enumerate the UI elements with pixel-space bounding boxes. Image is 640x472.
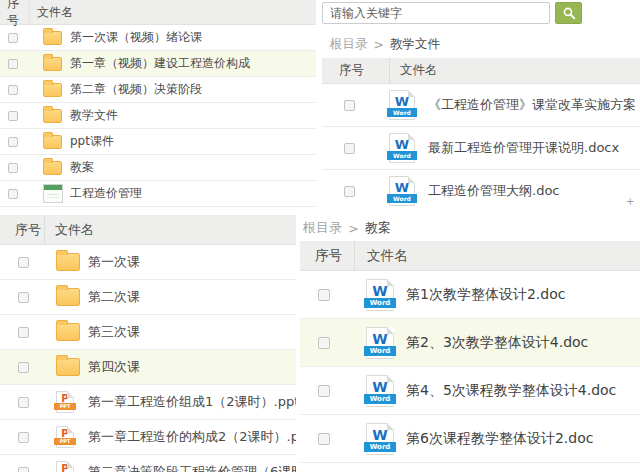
row-checkbox[interactable] bbox=[18, 257, 29, 268]
row-checkbox[interactable] bbox=[318, 433, 330, 445]
word-file-icon: WWord bbox=[366, 327, 394, 359]
word-file-icon: WWord bbox=[366, 423, 394, 455]
folder-icon bbox=[43, 135, 62, 149]
file-name-link[interactable]: 第一章工程造价的构成2（2课时）.ppt bbox=[88, 428, 296, 446]
row-checkbox[interactable] bbox=[344, 143, 355, 154]
file-name-link[interactable]: 第一章（视频）建设工程造价构成 bbox=[70, 55, 250, 72]
folder-icon bbox=[56, 358, 80, 376]
file-name-link[interactable]: 教案 bbox=[70, 159, 94, 176]
folder-icon bbox=[56, 253, 80, 271]
table-header: 序号 文件名 bbox=[322, 58, 640, 84]
table-row: WWord第1次教学整体设计2.doc bbox=[300, 271, 640, 319]
row-checkbox[interactable] bbox=[18, 292, 29, 303]
file-type-icon-slot bbox=[43, 184, 65, 203]
folder-icon bbox=[43, 57, 62, 71]
row-checkbox[interactable] bbox=[18, 327, 29, 338]
panel-course-file-list: 序号 文件名 第一次课第二次课第三次课第四次课PPPT第一章工程造价组成1（2课… bbox=[0, 215, 296, 472]
ppt-file-icon: PPPT bbox=[56, 426, 74, 448]
file-name-link[interactable]: 第四次课 bbox=[88, 358, 140, 376]
file-name-link[interactable]: 工程造价管理 bbox=[70, 185, 142, 202]
table-row: 第四次课 bbox=[0, 350, 296, 385]
row-checkbox[interactable] bbox=[18, 467, 29, 472]
file-type-icon-slot: WWord bbox=[389, 133, 417, 163]
row-checkbox[interactable] bbox=[18, 362, 29, 373]
file-icon-letter: W bbox=[367, 332, 393, 346]
file-name-link[interactable]: ppt课件 bbox=[70, 133, 114, 150]
file-icon-ribbon: Word bbox=[364, 394, 396, 404]
file-name-link[interactable]: 第一章工程造价组成1（2课时）.ppt bbox=[88, 393, 296, 411]
file-type-icon-slot bbox=[56, 358, 82, 376]
file-name-link[interactable]: 第6次课程教学整体设计2.doc bbox=[406, 430, 593, 448]
file-name-link[interactable]: 第二章（视频）决策阶段 bbox=[70, 81, 202, 98]
search-icon bbox=[562, 6, 576, 20]
column-header-index: 序号 bbox=[0, 0, 30, 24]
row-checkbox[interactable] bbox=[8, 59, 18, 69]
file-name-link[interactable]: 工程造价管理大纲.doc bbox=[428, 182, 560, 200]
column-header-filename: 文件名 bbox=[30, 0, 73, 24]
file-name-link[interactable]: 第一次课 bbox=[88, 253, 140, 271]
breadcrumb-root-link[interactable]: 根目录 bbox=[330, 36, 368, 53]
table-header: 序号 文件名 bbox=[0, 0, 316, 25]
row-checkbox[interactable] bbox=[8, 137, 18, 147]
row-checkbox[interactable] bbox=[318, 337, 330, 349]
table-row: WWord第6次课程教学整体设计2.doc bbox=[300, 415, 640, 463]
file-type-icon-slot: WWord bbox=[366, 423, 396, 455]
file-name-link[interactable]: 第三次课 bbox=[88, 323, 140, 341]
file-name-link[interactable]: 第1次教学整体设计2.doc bbox=[406, 286, 565, 304]
column-header-filename: 文件名 bbox=[45, 215, 94, 244]
word-file-icon: WWord bbox=[366, 279, 394, 311]
file-name-link[interactable]: 最新工程造价管理开课说明.docx bbox=[428, 139, 619, 157]
row-checkbox[interactable] bbox=[318, 385, 330, 397]
table-row: WWord《工程造价管理》课堂改革实施方案 bbox=[322, 84, 640, 127]
column-header-filename: 文件名 bbox=[355, 241, 408, 270]
table-row: WWord第2、3次教学整体设计4.doc bbox=[300, 319, 640, 367]
file-name-link[interactable]: 第二次课 bbox=[88, 288, 140, 306]
file-type-icon-slot bbox=[43, 135, 65, 149]
table-row: 第一次课 bbox=[0, 245, 296, 280]
file-type-icon-slot: PPPT bbox=[56, 391, 82, 413]
row-checkbox[interactable] bbox=[18, 432, 29, 443]
search-input[interactable] bbox=[322, 2, 550, 24]
column-header-index: 序号 bbox=[0, 215, 45, 244]
file-type-icon-slot bbox=[56, 323, 82, 341]
folder-icon bbox=[56, 323, 80, 341]
row-checkbox[interactable] bbox=[318, 289, 330, 301]
search-button[interactable] bbox=[555, 2, 582, 24]
row-checkbox[interactable] bbox=[8, 85, 18, 95]
file-name-link[interactable]: 第一次课（视频）绪论课 bbox=[70, 29, 202, 46]
table-row: WWord最新工程造价管理开课说明.docx bbox=[322, 127, 640, 170]
file-icon-letter: W bbox=[367, 428, 393, 442]
file-icon-ribbon: Word bbox=[387, 151, 417, 160]
table-row: 第二章（视频）决策阶段 bbox=[0, 77, 316, 103]
folder-icon bbox=[43, 161, 62, 175]
file-type-icon-slot: WWord bbox=[366, 375, 396, 407]
table-row: 第二次课 bbox=[0, 280, 296, 315]
row-checkbox[interactable] bbox=[344, 100, 355, 111]
file-icon-ribbon: Word bbox=[387, 108, 417, 117]
row-checkbox[interactable] bbox=[8, 33, 18, 43]
file-icon-letter: W bbox=[367, 380, 393, 394]
row-checkbox[interactable] bbox=[8, 189, 18, 199]
file-type-icon-slot bbox=[56, 288, 82, 306]
file-name-link[interactable]: 第4、5次课程教学整体设计4.doc bbox=[406, 382, 616, 400]
file-rows: 第一次课（视频）绪论课第一章（视频）建设工程造价构成第二章（视频）决策阶段教学文… bbox=[0, 25, 316, 207]
breadcrumb-current: 教案 bbox=[365, 219, 391, 237]
file-icon-ribbon: Word bbox=[387, 194, 417, 203]
file-name-link[interactable]: 《工程造价管理》课堂改革实施方案 bbox=[428, 96, 636, 114]
file-rows: 第一次课第二次课第三次课第四次课PPPT第一章工程造价组成1（2课时）.pptP… bbox=[0, 245, 296, 472]
file-name-link[interactable]: 教学文件 bbox=[70, 107, 118, 124]
word-file-icon: WWord bbox=[389, 90, 415, 120]
row-checkbox[interactable] bbox=[18, 397, 29, 408]
file-name-link[interactable]: 第二章决策阶段工程造价管理（6课时）.ppt bbox=[88, 463, 296, 472]
row-checkbox[interactable] bbox=[344, 186, 355, 197]
table-row: WWord工程造价管理大纲.doc bbox=[322, 170, 640, 212]
folder-icon bbox=[43, 83, 62, 97]
row-checkbox[interactable] bbox=[8, 163, 18, 173]
file-icon-letter: W bbox=[367, 284, 393, 298]
row-checkbox[interactable] bbox=[8, 111, 18, 121]
folder-icon bbox=[43, 109, 62, 123]
table-row: 第三次课 bbox=[0, 315, 296, 350]
file-name-link[interactable]: 第2、3次教学整体设计4.doc bbox=[406, 334, 588, 352]
file-type-icon-slot: PPPT bbox=[56, 426, 82, 448]
breadcrumb-root-link[interactable]: 根目录 bbox=[303, 219, 342, 237]
